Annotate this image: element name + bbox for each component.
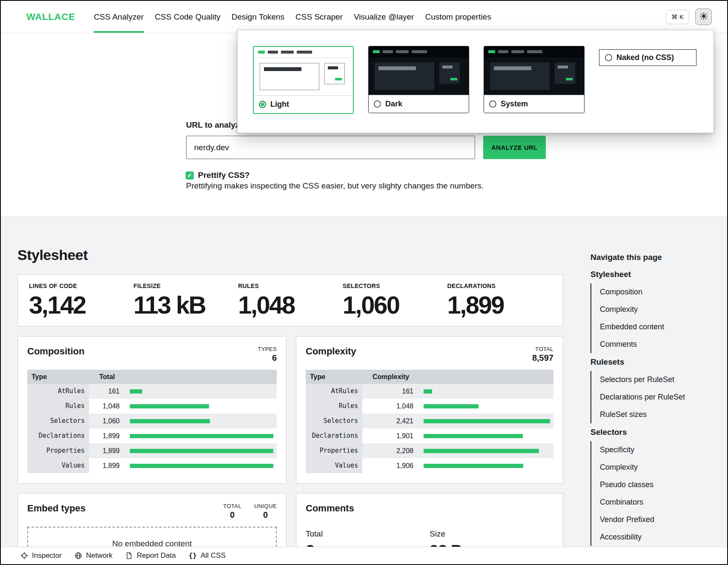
composition-panel: Composition TYPES 6 Type Total AtRules (17, 336, 287, 484)
prettify-checkbox[interactable] (186, 171, 194, 180)
value-bar (130, 449, 273, 453)
page-nav-link[interactable]: Selectors per RuleSet (591, 371, 705, 388)
nav-item[interactable]: Custom properties (425, 1, 491, 33)
top-navbar: WALLACE CSS Analyzer CSS Code Quality De… (1, 1, 727, 33)
stat-label: FILESIZE (134, 282, 238, 289)
table-row: Declarations 1,901 (306, 428, 553, 443)
wallace-css-analyzer-app: WALLACE CSS Analyzer CSS Code Quality De… (0, 0, 728, 565)
page-nav-section-link[interactable]: Rulesets (590, 353, 705, 371)
comments-total-value: 2 (306, 542, 430, 547)
page-nav-link[interactable]: Specificity (591, 441, 705, 459)
page-nav-link[interactable]: Embedded content (591, 318, 705, 336)
table-row: Selectors 2,421 (306, 414, 553, 428)
report-data-tab[interactable]: Report Data (125, 551, 176, 560)
theme-picker-dropdown: Light Dark (237, 30, 714, 133)
page-nav-section-link[interactable]: Selectors (590, 423, 705, 441)
table-row: AtRules 161 (27, 384, 277, 399)
table-row: Declarations 1,899 (27, 428, 277, 443)
page-nav-link[interactable]: Combinators (591, 494, 705, 511)
nav-item[interactable]: Design Tokens (232, 1, 284, 33)
empty-embed-box: No embedded content (27, 527, 277, 547)
page-nav-link[interactable]: Pseudo classes (591, 476, 705, 494)
empty-embed-message: No embedded content (112, 539, 192, 547)
analyze-url-button[interactable]: ANALYZE URL (483, 136, 546, 159)
table-row: Values 1,906 (306, 458, 553, 473)
stat-value: 1,899 (447, 293, 552, 317)
nav-item[interactable]: Visualize @layer (354, 1, 414, 33)
stat-label: LINES OF CODE (29, 282, 134, 289)
value-bar (424, 389, 432, 394)
summary-stat: DECLARATIONS 1,899 (447, 282, 552, 326)
page-nav-link[interactable]: Comments (591, 336, 705, 353)
value-bar (130, 419, 210, 423)
curly-braces-icon (189, 552, 197, 559)
light-radio[interactable] (259, 101, 266, 108)
wallace-logo[interactable]: WALLACE (26, 11, 75, 23)
comments-panel: Comments Total 2 Size 93 B (296, 493, 563, 547)
nav-item[interactable]: CSS Analyzer (94, 1, 143, 33)
theme-option-light[interactable]: Light (253, 46, 354, 114)
comments-size-value: 93 B (430, 542, 553, 547)
system-radio[interactable] (489, 100, 496, 108)
summary-stat: RULES 1,048 (238, 282, 343, 326)
url-label: URL to analyze (186, 120, 244, 130)
value-bar (424, 464, 523, 468)
table-row: Rules 1,048 (27, 399, 277, 414)
composition-meta-label: TYPES (258, 346, 277, 352)
value-bar (424, 419, 550, 423)
theme-option-naked[interactable]: Naked (no CSS) (599, 49, 696, 66)
value-bar (424, 449, 539, 453)
page-navigation: Navigate this page Stylesheet Compositio… (590, 253, 705, 546)
page-nav-link[interactable]: Vendor Prefixed (591, 511, 705, 528)
main-nav: CSS Analyzer CSS Code Quality Design Tok… (94, 1, 491, 33)
stat-value: 1,048 (238, 293, 343, 317)
complexity-table: Type Complexity AtRules 161 Rules (306, 370, 553, 473)
page-nav-link[interactable]: Accessibility (591, 528, 705, 546)
light-theme-preview (254, 47, 353, 95)
nav-item[interactable]: CSS Code Quality (155, 1, 221, 33)
naked-label: Naked (no CSS) (616, 53, 674, 62)
report-section: Stylesheet LINES OF CODE 3,142 FILESIZE … (1, 217, 727, 547)
value-bar (424, 404, 479, 408)
comments-size-label: Size (430, 529, 553, 539)
all-css-tab[interactable]: All CSS (189, 551, 226, 560)
complexity-title: Complexity (306, 346, 356, 357)
page-nav-section-link[interactable]: Stylesheet (590, 265, 705, 283)
inspector-tab[interactable]: Inspector (20, 551, 62, 560)
prettify-label: Prettify CSS? (198, 171, 249, 180)
stat-label: RULES (238, 282, 343, 289)
comments-title: Comments (306, 503, 354, 514)
comments-total-label: Total (306, 529, 430, 539)
light-label: Light (270, 100, 289, 109)
summary-stat: SELECTORS 1,060 (343, 282, 447, 326)
summary-stats-card: LINES OF CODE 3,142 FILESIZE 113 kB RULE… (17, 274, 563, 326)
report-document-icon (125, 552, 133, 559)
dark-radio[interactable] (374, 100, 381, 108)
url-input[interactable] (186, 136, 475, 159)
embed-types-title: Embed types (27, 503, 86, 514)
theme-toggle-button[interactable] (695, 9, 712, 25)
table-row: Properties 1,899 (27, 443, 277, 458)
table-row: Rules 1,048 (306, 399, 553, 414)
embed-unique-label: UNIQUE (254, 503, 277, 509)
theme-option-dark[interactable]: Dark (368, 46, 469, 113)
nav-item[interactable]: CSS Scraper (295, 1, 343, 33)
system-theme-preview (484, 46, 584, 95)
embed-total-label: TOTAL (223, 503, 241, 509)
inspector-crosshair-icon (20, 552, 28, 559)
naked-radio[interactable] (605, 54, 612, 61)
page-nav-link[interactable]: Declarations per RuleSet (591, 388, 705, 406)
page-nav-link[interactable]: Complexity (591, 301, 705, 318)
dark-theme-preview (369, 46, 469, 95)
network-tab[interactable]: Network (75, 551, 112, 560)
page-nav-link[interactable]: Complexity (591, 459, 705, 476)
page-nav-link[interactable]: Composition (591, 283, 705, 301)
page-nav-link[interactable]: RuleSet sizes (591, 406, 705, 423)
value-bar (424, 434, 523, 438)
command-palette-shortcut-button[interactable]: ⌘ K (666, 10, 689, 24)
page-nav-section: Stylesheet Composition Complexity Embedd… (590, 265, 705, 353)
summary-stat: LINES OF CODE 3,142 (29, 282, 134, 326)
prettify-description: Prettifying makes inspecting the CSS eas… (186, 181, 484, 191)
theme-option-system[interactable]: System (484, 46, 585, 113)
page-nav-title: Navigate this page (590, 253, 705, 262)
